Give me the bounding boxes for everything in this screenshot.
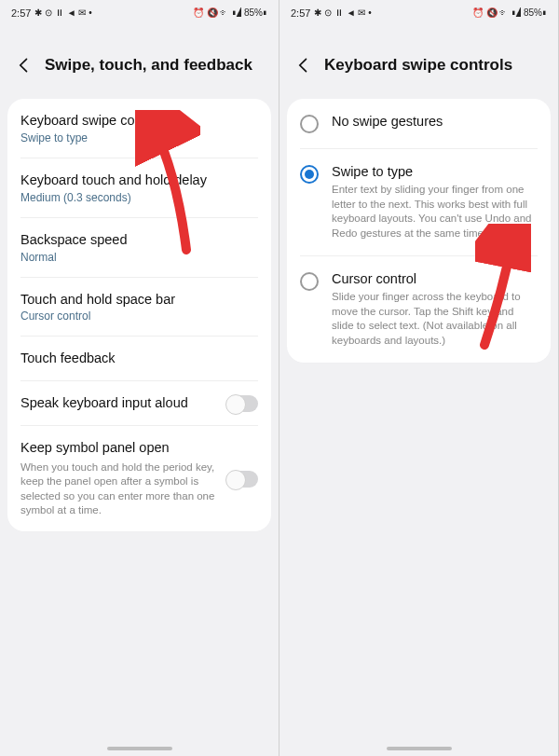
item-title: Keyboard touch and hold delay — [20, 172, 258, 189]
item-touch-hold-delay[interactable]: Keyboard touch and hold delay Medium (0.… — [20, 158, 258, 218]
option-title: Cursor control — [332, 271, 538, 286]
option-desc: Enter text by sliding your finger from o… — [332, 183, 538, 241]
item-backspace-speed[interactable]: Backspace speed Normal — [20, 218, 258, 278]
radio-icon — [300, 165, 319, 184]
item-sub: Cursor control — [20, 309, 258, 323]
page-title: Keyboard swipe controls — [324, 56, 512, 75]
item-keyboard-swipe-controls[interactable]: Keyboard swipe controls Swipe to type — [20, 99, 258, 158]
page-title: Swipe, touch, and feedback — [45, 56, 252, 75]
chevron-left-icon — [15, 56, 34, 75]
item-sub: Medium (0.3 seconds) — [20, 191, 258, 204]
item-title: Keyboard swipe controls — [20, 112, 258, 130]
status-right-icons: ⏰ 🔇 ᯤ ▮◢ 85%▮ — [193, 8, 267, 18]
settings-card: Keyboard swipe controls Swipe to type Ke… — [7, 99, 271, 531]
item-sub: Swipe to type — [20, 131, 258, 144]
options-card: No swipe gestures Swipe to type Enter te… — [287, 99, 551, 363]
status-bar: 2:57 ✱ ⊙ ⏸ ◄ ✉ • ⏰ 🔇 ᯤ ▮◢ 85%▮ — [0, 0, 279, 26]
item-sub: Normal — [20, 251, 258, 264]
item-title: Speak keyboard input aloud — [20, 394, 217, 412]
screen-keyboard-swipe-controls: 2:57 ✱ ⊙ ⏸ ◄ ✉ • ⏰ 🔇 ᯤ ▮◢ 85%▮ Keyboard … — [280, 0, 559, 756]
radio-icon — [300, 272, 319, 291]
status-left-icons: ✱ ⊙ ⏸ ◄ ✉ • — [314, 8, 371, 18]
option-desc: Slide your finger across the keyboard to… — [332, 290, 538, 348]
status-right-icons: ⏰ 🔇 ᯤ ▮◢ 85%▮ — [472, 8, 547, 18]
screen-swipe-touch-feedback: 2:57 ✱ ⊙ ⏸ ◄ ✉ • ⏰ 🔇 ᯤ ▮◢ 85%▮ Swipe, to… — [0, 0, 280, 756]
status-bar: 2:57 ✱ ⊙ ⏸ ◄ ✉ • ⏰ 🔇 ᯤ ▮◢ 85%▮ — [280, 0, 558, 26]
option-swipe-to-type[interactable]: Swipe to type Enter text by sliding your… — [300, 149, 538, 256]
home-indicator[interactable] — [107, 747, 172, 750]
option-title: Swipe to type — [332, 164, 538, 179]
radio-icon — [300, 115, 319, 133]
item-keep-symbol-panel[interactable]: Keep symbol panel open When you touch an… — [20, 426, 258, 531]
item-title: Backspace speed — [20, 231, 258, 249]
chevron-left-icon — [294, 56, 313, 75]
toggle-speak-input[interactable] — [226, 395, 258, 412]
option-title: No swipe gestures — [332, 114, 538, 129]
item-desc: When you touch and hold the period key, … — [20, 460, 217, 518]
option-no-swipe[interactable]: No swipe gestures — [300, 99, 538, 149]
back-button[interactable] — [13, 54, 35, 76]
status-left-icons: ✱ ⊙ ⏸ ◄ ✉ • — [34, 8, 91, 18]
item-touch-feedback[interactable]: Touch feedback — [20, 337, 258, 381]
page-header: Keyboard swipe controls — [280, 26, 558, 99]
toggle-symbol-panel[interactable] — [226, 471, 258, 488]
item-title: Keep symbol panel open — [20, 439, 217, 457]
item-title: Touch and hold space bar — [20, 291, 258, 309]
home-indicator[interactable] — [387, 747, 452, 750]
page-header: Swipe, touch, and feedback — [0, 26, 279, 99]
status-time: 2:57 — [11, 7, 31, 19]
item-speak-input-aloud[interactable]: Speak keyboard input aloud — [20, 381, 258, 426]
back-button[interactable] — [293, 54, 315, 76]
item-hold-space-bar[interactable]: Touch and hold space bar Cursor control — [20, 278, 258, 337]
status-time: 2:57 — [291, 7, 310, 19]
item-title: Touch feedback — [20, 350, 258, 367]
option-cursor-control[interactable]: Cursor control Slide your finger across … — [300, 256, 538, 363]
